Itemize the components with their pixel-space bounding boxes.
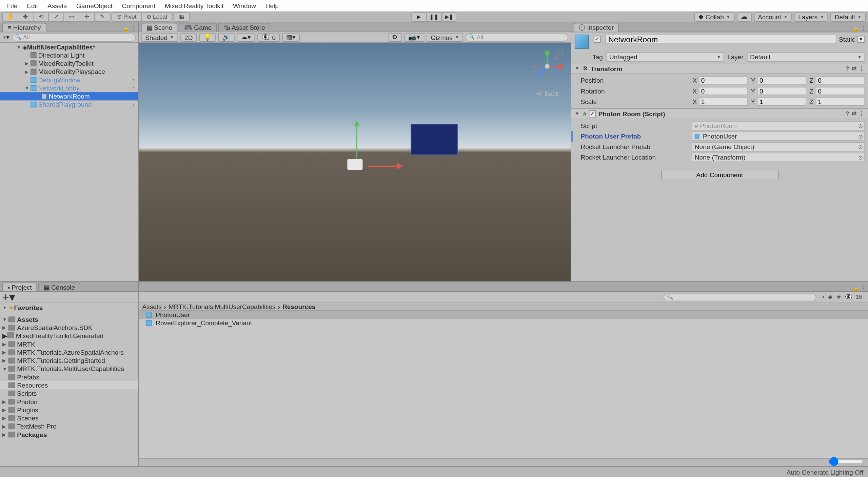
component-enabled-checkbox[interactable]: ✓ <box>589 110 596 117</box>
filter-icon[interactable]: ★ <box>836 294 842 300</box>
favorites-row[interactable]: ▼★ Favorites <box>0 304 138 312</box>
preset-icon[interactable]: ⇄ <box>852 110 856 117</box>
tree-item[interactable]: ▶MixedRealityPlayspace <box>0 67 138 76</box>
asset-item[interactable]: RoverExplorer_Complete_Variant <box>139 319 868 327</box>
folder-row-selected[interactable]: Resources <box>0 381 138 389</box>
create-dropdown[interactable]: +▾ <box>2 290 15 304</box>
filter-icon[interactable]: ▪ <box>822 294 824 300</box>
transform-header[interactable]: ▼⤪ Transform ?⇄⋮ <box>571 63 868 74</box>
orientation-gizmo-icon[interactable]: y x <box>530 49 565 84</box>
panel-menu-icon[interactable]: ⋮ <box>861 285 866 291</box>
menu-edit[interactable]: Edit <box>22 2 43 9</box>
rot-z[interactable] <box>815 87 864 95</box>
grid-toggle-icon[interactable]: ▦▾ <box>282 33 300 41</box>
account-dropdown[interactable]: Account▼ <box>754 12 792 22</box>
folder-row[interactable]: ▶MRTK.Tutorials.AzureSpatialAnchors <box>0 348 138 356</box>
pivot-button[interactable]: ⊙Pivot <box>112 13 142 21</box>
packages-row[interactable]: ▶Packages <box>0 431 138 439</box>
camera-icon[interactable]: 📷▾ <box>404 33 424 41</box>
audio-toggle-icon[interactable]: 🔊 <box>218 33 235 41</box>
name-field[interactable] <box>605 35 836 44</box>
breadcrumb-item[interactable]: MRTK.Tutorials.MultiUserCapabilities <box>169 303 276 310</box>
tree-item[interactable]: ▼NetworkLobby› <box>0 84 138 92</box>
folder-row[interactable]: ▶MRTK <box>0 340 138 348</box>
active-checkbox[interactable]: ✓ <box>594 36 601 43</box>
hidden-toggle[interactable]: 👁‍🗨 0 <box>257 33 280 41</box>
folder-row[interactable]: ▶Photon <box>0 397 138 406</box>
menu-component[interactable]: Component <box>117 2 160 9</box>
menu-mrtk[interactable]: Mixed Reality Toolkit <box>160 2 228 9</box>
thumbnail-slider[interactable] <box>828 459 863 464</box>
scl-x[interactable] <box>699 98 748 106</box>
tag-dropdown[interactable]: Untagged▼ <box>606 52 724 62</box>
play-button[interactable]: ▶ <box>411 12 426 22</box>
scene-panel-object[interactable] <box>411 124 458 155</box>
assets-row[interactable]: ▼Assets <box>0 315 138 324</box>
panel-menu-icon[interactable]: ⋮ <box>131 26 136 32</box>
cloud-button[interactable]: ☁ <box>737 12 751 22</box>
hand-tool-icon[interactable]: ✋ <box>3 13 18 21</box>
rocket-location-field[interactable]: None (Transform)⊙ <box>692 153 865 162</box>
collab-dropdown[interactable]: ◆Collab▼ <box>694 12 734 22</box>
breadcrumb-item[interactable]: Assets <box>142 303 161 310</box>
folder-row[interactable]: Prefabs <box>0 373 138 381</box>
menu-help[interactable]: Help <box>261 2 283 9</box>
menu-file[interactable]: File <box>2 2 22 9</box>
custom-tool-icon[interactable]: ✎ <box>95 13 110 21</box>
help-icon[interactable]: ? <box>846 110 849 117</box>
folder-row[interactable]: ▶MRTK.Tutorials.GettingStarted <box>0 356 138 365</box>
scene-tab[interactable]: ▦ Scene <box>141 23 178 32</box>
layer-dropdown[interactable]: Default▼ <box>747 52 864 62</box>
menu-gameobject[interactable]: GameObject <box>72 2 117 9</box>
scene-row[interactable]: ▼ ◈ MultiUserCapabilities* ⋮ <box>0 43 138 51</box>
snap-tool-icon[interactable]: ▦ <box>174 13 189 21</box>
layers-dropdown[interactable]: Layers▼ <box>794 12 828 22</box>
add-component-button[interactable]: Add Component <box>661 170 778 180</box>
scl-z[interactable] <box>815 98 864 106</box>
local-button[interactable]: ⊕Local <box>142 13 172 21</box>
transform-tool-icon[interactable]: ✢ <box>79 13 95 21</box>
lock-icon[interactable]: 🔒 <box>853 26 859 32</box>
fx-toggle-icon[interactable]: ☁▾ <box>237 33 255 41</box>
tree-item-selected[interactable]: NetworkRoom <box>0 92 138 100</box>
rotate-tool-icon[interactable]: ⟲ <box>34 13 49 21</box>
static-checkbox[interactable]: ▾ <box>857 36 865 43</box>
lock-icon[interactable]: 🔒 <box>123 26 129 32</box>
create-dropdown[interactable]: +▾ <box>2 34 10 41</box>
photon-user-prefab-field[interactable]: PhotonUser⊙ <box>692 131 865 141</box>
step-button[interactable]: ▶❚ <box>442 12 457 22</box>
move-gizmo-x[interactable] <box>397 163 403 169</box>
menu-icon[interactable]: ⋮ <box>859 110 864 117</box>
rot-x[interactable] <box>699 87 748 95</box>
asset-store-tab[interactable]: 🛍 Asset Store <box>218 23 270 32</box>
game-tab[interactable]: 🎮 Game <box>179 23 217 32</box>
menu-icon[interactable]: ⋮ <box>859 65 864 71</box>
project-search[interactable] <box>664 293 816 301</box>
asset-item[interactable]: PhotonUser <box>139 311 868 319</box>
preset-icon[interactable]: ⇄ <box>852 65 856 71</box>
folder-row[interactable]: ▶Scenes <box>0 414 138 422</box>
scene-search[interactable]: All <box>466 33 568 41</box>
gameobject-icon[interactable] <box>575 35 589 49</box>
2d-toggle[interactable]: 2D <box>180 33 197 41</box>
rocket-prefab-field[interactable]: None (Game Object)⊙ <box>692 142 865 151</box>
scl-y[interactable] <box>757 98 806 106</box>
layout-dropdown[interactable]: Default▼ <box>831 12 866 22</box>
hierarchy-search[interactable]: All <box>12 33 136 41</box>
scale-tool-icon[interactable]: ⤢ <box>49 13 64 21</box>
pause-button[interactable]: ❚❚ <box>427 12 442 22</box>
tree-item[interactable]: Directional Light <box>0 51 138 59</box>
scene-menu-icon[interactable]: ⋮ <box>129 44 135 50</box>
pos-x[interactable] <box>699 76 748 84</box>
script-field[interactable]: #PhotonRoom⊙ <box>692 121 865 130</box>
help-icon[interactable]: ? <box>846 65 849 71</box>
folder-row[interactable]: Scripts <box>0 389 138 397</box>
pos-z[interactable] <box>815 76 864 84</box>
shaded-dropdown[interactable]: Shaded▼ <box>141 33 178 41</box>
panel-menu-icon[interactable]: ⋮ <box>861 26 866 32</box>
tools-icon[interactable]: ⚙ <box>388 33 402 41</box>
hidden-icon[interactable]: 👁‍🗨 <box>845 294 852 300</box>
tree-item[interactable]: DebugWindow› <box>0 76 138 84</box>
lighting-status[interactable]: Auto Generate Lighting Off <box>787 468 863 475</box>
menu-window[interactable]: Window <box>228 2 261 9</box>
